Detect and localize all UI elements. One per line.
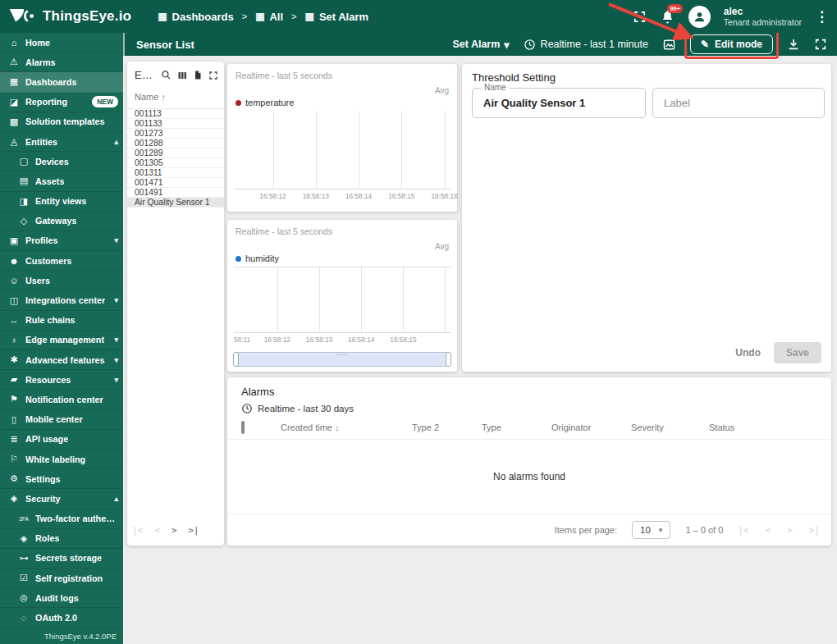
sidebar-item-solution-templates[interactable]: ▩Solution templates (0, 112, 123, 132)
sidebar-item-rule-chains[interactable]: ↔Rule chains (0, 311, 123, 331)
column-header-type[interactable]: Type (482, 422, 551, 432)
breadcrumb-dashboards[interactable]: ▦Dashboards (158, 11, 233, 23)
column-header-status[interactable]: Status (709, 422, 775, 432)
sidebar-item-alarms[interactable]: ⚠Alarms (0, 53, 123, 72)
sidebar-item-mobile-center[interactable]: ▯Mobile center (0, 410, 123, 430)
sidebar-item-settings[interactable]: ⚙Settings (0, 469, 123, 489)
sidebar-item-gateways[interactable]: ◇Gateways (0, 212, 123, 231)
column-header-originator[interactable]: Originator (551, 422, 631, 432)
column-header-type-2[interactable]: Type 2 (412, 422, 482, 432)
widget-fullscreen-icon[interactable] (441, 226, 451, 236)
brush-right-handle[interactable] (446, 352, 451, 367)
sidebar-item-notification-center[interactable]: ⚑Notification center (0, 390, 123, 409)
export-file-icon[interactable] (423, 70, 432, 80)
breadcrumb-set-alarm[interactable]: ▦Set Alarm (305, 11, 369, 23)
user-info[interactable]: alec Tenant administrator (724, 6, 802, 28)
column-header-severity[interactable]: Severity (631, 422, 709, 432)
entity-row-001491[interactable]: 001491 (127, 188, 224, 198)
page-size-select[interactable]: 10▾ (632, 521, 670, 539)
entity-row-001305[interactable]: 001305 (127, 158, 224, 168)
last-page-button[interactable]: >| (189, 525, 199, 536)
columns-icon[interactable] (769, 386, 779, 396)
sidebar-item-home[interactable]: ⌂Home (0, 33, 123, 53)
avatar[interactable] (688, 6, 711, 28)
entity-row-001113[interactable]: 001113 (127, 109, 224, 119)
sidebar-item-self-registration[interactable]: ☑Self registration (0, 569, 123, 588)
export-file-icon[interactable] (193, 70, 203, 80)
widget-fullscreen-icon[interactable] (810, 386, 820, 396)
sidebar-item-advanced-features[interactable]: ✱Advanced features▾ (0, 350, 123, 370)
export-file-icon[interactable] (789, 386, 799, 396)
edit-mode-button[interactable]: ✎ Edit mode (690, 34, 773, 54)
breadcrumb-all[interactable]: ▦All (255, 11, 283, 23)
widget-fullscreen-icon[interactable] (441, 70, 451, 80)
brush-left-handle[interactable] (233, 352, 239, 367)
undo-button[interactable]: Undo (735, 347, 761, 359)
alarms-timewindow-button[interactable]: Realtime - last 30 days (227, 398, 831, 414)
widget-fullscreen-icon[interactable] (208, 71, 218, 80)
entity-row-001288[interactable]: 001288 (127, 139, 224, 148)
sidebar-item-roles[interactable]: ◈Roles (0, 529, 123, 549)
column-header-created-time[interactable]: Created time ↓ (281, 422, 412, 432)
entity-row-001273[interactable]: 001273 (127, 129, 224, 139)
app-logo[interactable]: ThingsEye.io (0, 7, 143, 26)
label-field[interactable]: Label (652, 88, 825, 118)
sidebar-item-white-labeling[interactable]: ⚐White labeling (0, 450, 123, 469)
entity-name-column-header[interactable]: Name ↑ (127, 87, 224, 109)
toolbar-fullscreen-icon[interactable] (814, 38, 827, 51)
select-all-checkbox[interactable] (241, 421, 245, 434)
fullscreen-icon[interactable] (633, 10, 647, 24)
next-page-button[interactable]: > (787, 525, 793, 536)
sidebar-item-dashboards[interactable]: ▦Dashboards (0, 72, 123, 92)
last-page-button[interactable]: >| (809, 525, 820, 536)
sidebar-item-security[interactable]: ◈Security▴ (0, 489, 123, 509)
prev-page-button[interactable]: < (154, 525, 160, 536)
legend-item-humidity[interactable]: humidity (236, 253, 279, 263)
series-color-dot (236, 100, 241, 106)
name-field[interactable]: Name Air Quality Sensor 1 (472, 88, 646, 118)
sidebar-item-two-factor-authenticati[interactable]: 2FATwo-factor authenticati… (0, 509, 123, 529)
sidebar-item-integrations-center[interactable]: ◫Integrations center▾ (0, 290, 123, 310)
sidebar-item-edge-management[interactable]: ♁Edge management▾ (0, 331, 123, 350)
entity-row-001289[interactable]: 001289 (127, 148, 224, 158)
integrations-center-icon: ◫ (8, 295, 20, 306)
sidebar-item-oauth-2-0[interactable]: ◌OAuth 2.0 (0, 608, 123, 628)
prev-page-button[interactable]: < (766, 525, 771, 536)
solution-templates-icon: ▩ (8, 116, 20, 127)
notifications-bell-icon[interactable]: 99+ (660, 9, 675, 25)
search-icon[interactable] (726, 386, 737, 396)
assets-icon: ▤ (18, 176, 30, 186)
download-icon[interactable] (787, 38, 800, 51)
entity-row-001311[interactable]: 001311 (127, 168, 224, 178)
sidebar-item-users[interactable]: ☺Users (0, 271, 123, 290)
dashboard-image-icon[interactable] (662, 38, 676, 52)
search-icon[interactable] (161, 70, 172, 80)
sidebar-item-entities[interactable]: ◬Entities▴ (0, 132, 123, 152)
sidebar-item-entity-views[interactable]: ◨Entity views (0, 192, 123, 212)
users-icon: ☺ (8, 276, 20, 285)
sidebar-item-api-usage[interactable]: ≣API usage (0, 430, 123, 450)
kebab-menu-icon[interactable]: ⋮ (815, 8, 829, 25)
sidebar-item-profiles[interactable]: ▣Profiles▾ (0, 231, 123, 251)
dashboard-state-dropdown[interactable]: Set Alarm▾ (452, 39, 509, 51)
next-page-button[interactable]: > (172, 525, 177, 536)
sidebar-item-audit-logs[interactable]: ◎Audit logs (0, 588, 123, 608)
entity-row-001133[interactable]: 001133 (127, 119, 224, 129)
sidebar-item-resources[interactable]: ▰Resources▾ (0, 370, 123, 390)
time-range-brush[interactable] (234, 352, 451, 367)
save-button[interactable]: Save (774, 342, 821, 363)
sidebar-item-reporting[interactable]: ◪ReportingNEW (0, 93, 123, 112)
timewindow-button[interactable]: Realtime - last 1 minute (524, 39, 648, 51)
sidebar-item-customers[interactable]: ☻Customers (0, 251, 123, 271)
columns-icon[interactable] (177, 71, 187, 80)
export-file-icon[interactable] (423, 226, 432, 236)
entity-row-air-quality-sensor-1[interactable]: Air Quality Sensor 1 (127, 198, 224, 208)
first-page-button[interactable]: |< (132, 525, 143, 536)
entity-row-001471[interactable]: 001471 (127, 178, 224, 188)
legend-item-temperature[interactable]: temperature (236, 98, 294, 107)
sidebar-item-devices[interactable]: ▢Devices (0, 152, 123, 171)
sidebar-item-secrets-storage[interactable]: ⊶Secrets storage (0, 549, 123, 569)
first-page-button[interactable]: |< (738, 525, 748, 536)
filter-icon[interactable] (748, 386, 758, 396)
sidebar-item-assets[interactable]: ▤Assets (0, 171, 123, 191)
